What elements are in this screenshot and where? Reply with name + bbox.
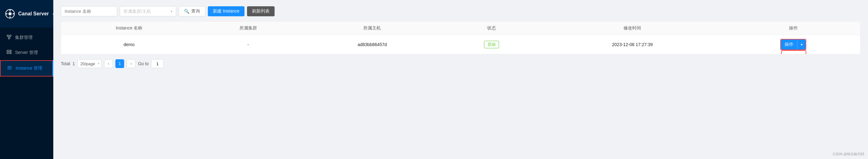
status-badge: 启动 [484,41,499,48]
refresh-list-button[interactable]: 刷新列表 [247,6,275,16]
cell-action: 操作 ▼ 修改 删除 启动 停止 日志 [726,35,860,54]
pagination-goto-label: Go to [138,61,149,66]
new-instance-button[interactable]: 新建 Instance [208,6,245,16]
canal-logo-icon [5,9,15,19]
page-size-select[interactable]: 20/page [78,59,101,68]
svg-point-13 [10,51,11,51]
col-header-cluster: 所属集群 [197,22,299,35]
col-header-name: Instance 名称 [61,22,197,35]
sidebar-item-cluster-label: 集群管理 [15,35,33,40]
search-input[interactable] [61,6,117,16]
svg-point-1 [8,12,11,15]
cell-modify-time: 2023-12-08 17:27:39 [538,35,726,54]
pagination-next-button[interactable]: › [127,59,135,68]
server-icon [6,50,12,56]
pagination-total-label: Total 1 [61,61,75,66]
search-icon: 🔍 [184,9,189,14]
col-header-modify-time: 修改时间 [538,22,726,35]
svg-point-7 [10,35,11,37]
action-dropdown-toggle[interactable]: ▼ [797,39,806,50]
sidebar-item-server-mgmt[interactable]: Server 管理 [0,45,53,60]
svg-point-20 [7,69,8,69]
page-size-wrapper: 20/page ▼ [78,59,101,68]
instance-icon [7,65,12,71]
search-button[interactable]: 🔍 查询 [179,6,205,16]
sidebar: Canal Server ∧ 集群管理 [0,0,53,159]
sidebar-logo[interactable]: Canal Server ∧ [0,0,53,28]
cell-cluster: - [197,35,299,54]
table-container: Instance 名称 所属集群 所属主机 状态 修改时间 操作 demo - … [61,21,861,54]
sidebar-item-instance-mgmt[interactable]: Instance 管理 [0,60,53,76]
svg-line-10 [9,37,10,38]
sidebar-item-instance-label: Instance 管理 [16,66,42,71]
pagination-page-1-button[interactable]: 1 [115,59,124,68]
watermark: CSDN @快乐敲代码 [833,152,864,157]
svg-rect-3 [10,16,11,18]
svg-point-6 [7,35,9,37]
cluster-select-wrapper: 所属集群/主机 ▼ [120,6,176,16]
col-header-action: 操作 [726,22,860,35]
svg-point-8 [8,38,10,39]
action-combined: 操作 ▼ [780,39,806,50]
table-header-row: Instance 名称 所属集群 所属主机 状态 修改时间 操作 [61,22,860,35]
cluster-select[interactable]: 所属集群/主机 [120,6,176,16]
sidebar-item-cluster-mgmt[interactable]: 集群管理 [0,30,53,45]
col-header-host: 所属主机 [299,22,445,35]
instance-table: Instance 名称 所属集群 所属主机 状态 修改时间 操作 demo - … [61,22,860,54]
svg-point-18 [7,66,8,67]
pagination-goto-input[interactable] [151,59,164,68]
sidebar-nav: 集群管理 Server 管理 [0,28,53,159]
svg-rect-2 [10,9,11,11]
cluster-icon [6,34,12,41]
svg-point-19 [7,67,8,68]
action-dropdown-menu: 修改 删除 启动 停止 日志 [781,50,806,54]
table-row: demo - ad83bb86457d 启动 2023-12-08 17:27:… [61,35,860,54]
action-button-wrapper: 操作 ▼ 修改 删除 启动 停止 日志 [780,39,806,50]
cell-instance-name: demo [61,35,197,54]
main-content: 所属集群/主机 ▼ 🔍 查询 新建 Instance 刷新列表 Instance… [53,0,868,159]
svg-rect-5 [12,13,14,14]
sidebar-logo-text: Canal Server [18,11,49,17]
toolbar: 所属集群/主机 ▼ 🔍 查询 新建 Instance 刷新列表 [61,6,861,16]
svg-line-9 [8,37,9,38]
dropdown-item-edit[interactable]: 修改 [782,51,806,54]
sidebar-item-server-label: Server 管理 [15,50,38,56]
pagination-prev-button[interactable]: ‹ [104,59,113,68]
cell-host: ad83bb86457d [299,35,445,54]
svg-point-14 [10,53,11,53]
pagination: Total 1 20/page ▼ ‹ 1 › Go to [61,59,861,68]
action-button[interactable]: 操作 [781,39,797,50]
col-header-status: 状态 [445,22,538,35]
cell-status: 启动 [445,35,538,54]
svg-rect-4 [6,13,7,14]
content-area: 所属集群/主机 ▼ 🔍 查询 新建 Instance 刷新列表 Instance… [53,0,868,159]
